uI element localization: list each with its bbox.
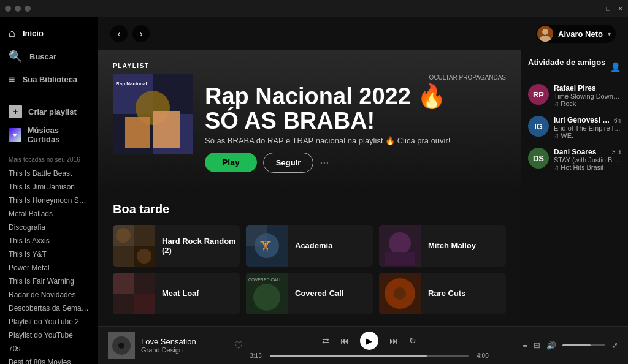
sidebar-playlist-item[interactable]: This Is Jimi Jamison: [0, 180, 98, 194]
player-left: Love Sensation Grand Design ♡: [108, 332, 243, 359]
sidebar-playlist-item[interactable]: This Is Y&T: [0, 248, 98, 261]
follow-button[interactable]: Seguir: [263, 153, 313, 173]
prev-button[interactable]: ⏮: [340, 336, 349, 346]
card-rare-cuts[interactable]: Rare Cuts: [379, 273, 506, 314]
window-dot-3: [25, 6, 31, 12]
friend-name: Dani Soares: [554, 148, 596, 156]
sidebar-playlist-item[interactable]: Metal Ballads: [0, 207, 98, 221]
progress-track[interactable]: [270, 355, 469, 357]
card-art-academia: 🏋: [246, 225, 288, 267]
card-academia[interactable]: 🏋 Academia: [246, 225, 373, 267]
svg-point-1: [540, 36, 551, 42]
player-center: ⇄ ⏮ ▶ ⏭ ↻ 3:13 4:00: [243, 332, 496, 359]
sidebar-playlist-item[interactable]: Descobertas da Semana: [0, 301, 98, 315]
like-track-button[interactable]: ♡: [234, 339, 243, 351]
svg-point-42: [118, 343, 124, 349]
add-friend-icon[interactable]: 👤: [610, 62, 621, 72]
sidebar-playlist-item[interactable]: This Is Fair Warning: [0, 275, 98, 288]
sidebar-playlist-item[interactable]: Power Metal: [0, 261, 98, 275]
hero-info: OCULTAR PROPAGANDAS Rap Nacional 2022 🔥 …: [205, 74, 506, 173]
card-art-rare-cuts: [379, 273, 421, 314]
track-info: Love Sensation Grand Design: [141, 337, 228, 354]
card-label-hard-rock-random: Hard Rock Random (2): [162, 237, 240, 255]
friend-track: Time Slowing Down • Chris Goss: [554, 93, 621, 100]
back-button[interactable]: ‹: [110, 25, 128, 42]
sidebar-item-biblioteca[interactable]: ≡ Sua Biblioteca: [0, 68, 98, 91]
sidebar-playlist-item[interactable]: 70s: [0, 342, 98, 355]
repeat-button[interactable]: ↻: [409, 336, 416, 346]
sidebar-playlist-item[interactable]: This Is Battle Beast: [0, 167, 98, 180]
friends-list: RP Rafael Pires Time Slowing Down • Chri…: [528, 84, 621, 180]
friend-name-row: Dani Soares 3 d: [554, 148, 621, 156]
fullscreen-button[interactable]: ⤢: [611, 341, 618, 350]
card-art-mitch-malloy: [379, 225, 421, 267]
card-label-rare-cuts: Rare Cuts: [428, 289, 465, 298]
card-hard-rock-random[interactable]: Hard Rock Random (2): [113, 225, 240, 267]
more-button[interactable]: ···: [320, 156, 329, 169]
time-current: 3:13: [247, 352, 265, 359]
play-button[interactable]: Play: [205, 153, 257, 172]
card-label-academia: Academia: [295, 241, 332, 250]
card-mitch-malloy[interactable]: Mitch Malloy: [379, 225, 506, 267]
card-meat-loaf[interactable]: Meat Loaf: [113, 273, 240, 314]
friend-info: Dani Soares 3 d STAY (with Justin Bi... …: [554, 148, 621, 171]
friend-item[interactable]: IG Iuri Genovesi Gomes 6h End of The Emp…: [528, 116, 621, 139]
close-button[interactable]: ✕: [618, 5, 623, 13]
cards-grid: Hard Rock Random (2) 🏋 Academia: [113, 225, 506, 314]
sidebar-playlist-item[interactable]: Discografia: [0, 221, 98, 234]
sidebar-nav: ⌂ Início 🔍 Buscar ≡ Sua Biblioteca: [0, 17, 98, 96]
shuffle-button[interactable]: ⇄: [322, 336, 329, 346]
card-art-covered-call: COVERED CALL: [246, 273, 288, 314]
friend-album: ♫ Rock: [554, 100, 621, 107]
volume-track[interactable]: [562, 344, 605, 346]
friend-info: Rafael Pires Time Slowing Down • Chris G…: [554, 84, 621, 107]
sidebar-playlist-item[interactable]: Radar de Novidades: [0, 288, 98, 301]
svg-rect-22: [113, 273, 134, 294]
sidebar-item-inicio[interactable]: ⌂ Início: [0, 22, 98, 45]
track-art: [108, 332, 135, 359]
sidebar-playlist-item[interactable]: Best of 80s Movies: [0, 355, 98, 364]
home-icon: ⌂: [9, 27, 15, 40]
volume-icon[interactable]: 🔊: [546, 341, 556, 350]
right-panel: Atividade de amigos 👤 RP Rafael Pires Ti…: [521, 50, 628, 326]
sidebar-item-buscar[interactable]: 🔍 Buscar: [0, 45, 98, 68]
lyrics-button[interactable]: ≡: [523, 341, 527, 350]
card-art-hard-rock-random: [113, 225, 155, 267]
liked-songs-label: Músicas Curtidas: [28, 126, 90, 144]
create-playlist-action[interactable]: + Criar playlist: [9, 101, 90, 122]
forward-button[interactable]: ›: [132, 25, 150, 42]
maximize-button[interactable]: □: [606, 5, 610, 12]
hide-ads-label[interactable]: OCULTAR PROPAGANDAS: [205, 74, 506, 81]
avatar: [537, 26, 553, 42]
friend-avatar: DS: [528, 148, 549, 169]
queue-button[interactable]: ⊞: [534, 341, 540, 350]
user-area[interactable]: Alvaro Neto ▾: [536, 25, 616, 43]
main-content: PLAYLIST Rap: [98, 50, 521, 326]
search-icon: 🔍: [9, 50, 22, 63]
hero-title-line2: SÓ AS BRABA!: [205, 108, 375, 134]
friend-track: End of The Empire I-III • Arcade Fire: [554, 124, 621, 132]
nav-arrows: ‹ ›: [110, 25, 150, 42]
sidebar-playlist-item[interactable]: This Is Honeymoon Suite: [0, 194, 98, 207]
progress-fill: [270, 355, 427, 357]
liked-songs-action[interactable]: ♥ Músicas Curtidas: [9, 122, 90, 148]
friend-item[interactable]: DS Dani Soares 3 d STAY (with Justin Bi.…: [528, 148, 621, 171]
sidebar-playlist-item[interactable]: Playlist do YouTube: [0, 328, 98, 342]
next-button[interactable]: ⏭: [389, 336, 398, 346]
friend-info: Iuri Genovesi Gomes 6h End of The Empire…: [554, 116, 621, 139]
sidebar-playlist-item[interactable]: Playlist do YouTube 2: [0, 315, 98, 328]
player-controls: ⇄ ⏮ ▶ ⏭ ↻: [322, 332, 416, 350]
create-playlist-label: Criar playlist: [28, 107, 77, 116]
sidebar-nav-label-buscar: Buscar: [29, 52, 56, 61]
sidebar-playlist-item[interactable]: This Is Axxis: [0, 234, 98, 248]
card-covered-call[interactable]: COVERED CALL Covered Call: [246, 273, 373, 314]
friend-time: 3 d: [612, 149, 621, 156]
friend-item[interactable]: RP Rafael Pires Time Slowing Down • Chri…: [528, 84, 621, 107]
minimize-button[interactable]: ─: [594, 5, 599, 12]
pause-button[interactable]: ▶: [360, 332, 378, 350]
main-wrapper: ‹ › Alvaro Neto ▾ PLAYLIST: [98, 17, 628, 364]
card-label-mitch-malloy: Mitch Malloy: [428, 241, 476, 250]
progress-bar-area: 3:13 4:00: [247, 352, 492, 359]
right-panel-title: Atividade de amigos: [528, 58, 605, 67]
time-total: 4:00: [473, 352, 492, 359]
